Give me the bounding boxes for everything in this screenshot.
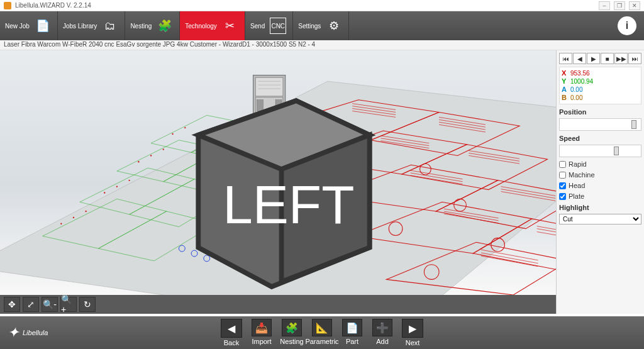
simulation-viewport[interactable]: LEFT bbox=[0, 50, 556, 295]
rapid-checkbox[interactable]: Rapid bbox=[559, 160, 641, 168]
window-title: Libellula.WIZARD V. 2.2.14 bbox=[15, 2, 595, 9]
fwd-button[interactable]: ▶▶ bbox=[614, 53, 628, 64]
ribbon-label: Nesting bbox=[130, 23, 152, 30]
gear-icon: ⚙ bbox=[326, 18, 342, 34]
speed-label: Speed bbox=[559, 135, 641, 142]
dragonfly-icon: ✦ bbox=[8, 324, 19, 341]
coordinates-readout: X953.56 Y1000.94 A0.00 B0.00 bbox=[559, 67, 641, 104]
main-ribbon: New Job 📄 Jobs Library 🗂 Nesting 🧩 Techn… bbox=[0, 11, 644, 40]
chevron-left-icon: ◀ bbox=[221, 319, 242, 338]
add-button[interactable]: ➕Add bbox=[369, 319, 396, 346]
app-logo-icon bbox=[4, 2, 11, 9]
import-button[interactable]: 📥Import bbox=[248, 319, 275, 346]
next-button[interactable]: ▶Next bbox=[399, 319, 426, 346]
ribbon-send[interactable]: Send CNC bbox=[245, 11, 293, 40]
speed-slider[interactable] bbox=[559, 145, 641, 157]
add-icon: ➕ bbox=[372, 319, 392, 336]
ribbon-new-job[interactable]: New Job 📄 bbox=[0, 11, 58, 40]
cnc-icon: CNC bbox=[270, 18, 286, 34]
coord-y: 1000.94 bbox=[570, 77, 593, 86]
machine-checkbox[interactable]: Machine bbox=[559, 171, 641, 179]
ribbon-label: New Job bbox=[5, 23, 30, 30]
info-button[interactable]: i bbox=[618, 16, 636, 35]
maximize-button[interactable]: ❐ bbox=[614, 1, 625, 10]
prev-button[interactable]: ◀ bbox=[573, 53, 586, 64]
ribbon-settings[interactable]: Settings ⚙ bbox=[293, 11, 349, 40]
nesting-icon: 🧩 bbox=[282, 319, 302, 336]
highlight-label: Highlight bbox=[559, 204, 641, 211]
view-cube[interactable]: LEFT bbox=[0, 62, 550, 295]
stop-button[interactable]: ■ bbox=[601, 53, 614, 64]
pan-tool[interactable]: ✥ bbox=[4, 297, 20, 312]
zoom-in-tool[interactable]: 🔍+ bbox=[60, 297, 77, 312]
part-button[interactable]: 📄Part bbox=[339, 319, 365, 346]
ribbon-label: Jobs Library bbox=[63, 23, 97, 30]
reset-view-tool[interactable]: ↻ bbox=[79, 297, 96, 312]
close-button[interactable]: ✕ bbox=[629, 1, 640, 10]
last-button[interactable]: ⏭ bbox=[628, 53, 641, 64]
play-button[interactable]: ▶ bbox=[587, 53, 600, 64]
first-button[interactable]: ⏮ bbox=[559, 53, 572, 64]
parametric-icon: 📐 bbox=[312, 319, 332, 336]
zoom-out-tool[interactable]: 🔍- bbox=[42, 297, 58, 312]
part-icon: 📄 bbox=[342, 319, 362, 336]
fit-tool[interactable]: ⤢ bbox=[23, 297, 39, 312]
ribbon-label: Settings bbox=[298, 23, 321, 30]
playback-controls: ⏮ ◀ ▶ ■ ▶▶ ⏭ bbox=[559, 53, 641, 64]
job-info-bar: Laser Fibra Warcom W-FibeR 2040 cnc EsaG… bbox=[0, 40, 644, 50]
back-button[interactable]: ◀Back bbox=[218, 319, 245, 346]
chevron-right-icon: ▶ bbox=[402, 319, 423, 338]
ribbon-jobs-library[interactable]: Jobs Library 🗂 bbox=[58, 11, 125, 40]
svg-text:LEFT: LEFT bbox=[223, 175, 354, 235]
coord-b: 0.00 bbox=[570, 94, 582, 102]
simulation-panel: ⏮ ◀ ▶ ■ ▶▶ ⏭ X953.56 Y1000.94 A0.00 B0.0… bbox=[556, 50, 644, 314]
ribbon-nesting[interactable]: Nesting 🧩 bbox=[125, 11, 180, 40]
brand-logo: ✦ Libellula bbox=[0, 324, 48, 341]
minimize-button[interactable]: – bbox=[599, 1, 610, 10]
coord-a: 0.00 bbox=[570, 86, 582, 94]
coord-x: 953.56 bbox=[570, 69, 590, 77]
bottom-bar: ✦ Libellula ◀Back 📥Import 🧩Nesting 📐Para… bbox=[0, 316, 644, 349]
ribbon-label: Technology bbox=[185, 23, 217, 30]
nesting-icon: 🧩 bbox=[157, 18, 173, 34]
position-label: Position bbox=[559, 108, 641, 116]
highlight-select[interactable]: Cut bbox=[559, 214, 641, 224]
nesting-button[interactable]: 🧩Nesting bbox=[279, 319, 305, 346]
scissors-icon: ✂ bbox=[222, 18, 238, 34]
titlebar: Libellula.WIZARD V. 2.2.14 – ❐ ✕ bbox=[0, 0, 644, 11]
import-icon: 📥 bbox=[252, 319, 272, 336]
ribbon-technology[interactable]: Technology ✂ bbox=[180, 11, 245, 40]
parametric-button[interactable]: 📐Parametric bbox=[309, 319, 335, 346]
file-icon: 📄 bbox=[35, 18, 51, 34]
position-slider[interactable] bbox=[559, 118, 641, 131]
plate-checkbox[interactable]: Plate bbox=[559, 192, 641, 200]
library-icon: 🗂 bbox=[102, 18, 118, 34]
ribbon-label: Send bbox=[250, 23, 265, 30]
view-tools: ✥ ⤢ 🔍- 🔍+ ↻ bbox=[0, 295, 556, 314]
head-checkbox[interactable]: Head bbox=[559, 182, 641, 189]
